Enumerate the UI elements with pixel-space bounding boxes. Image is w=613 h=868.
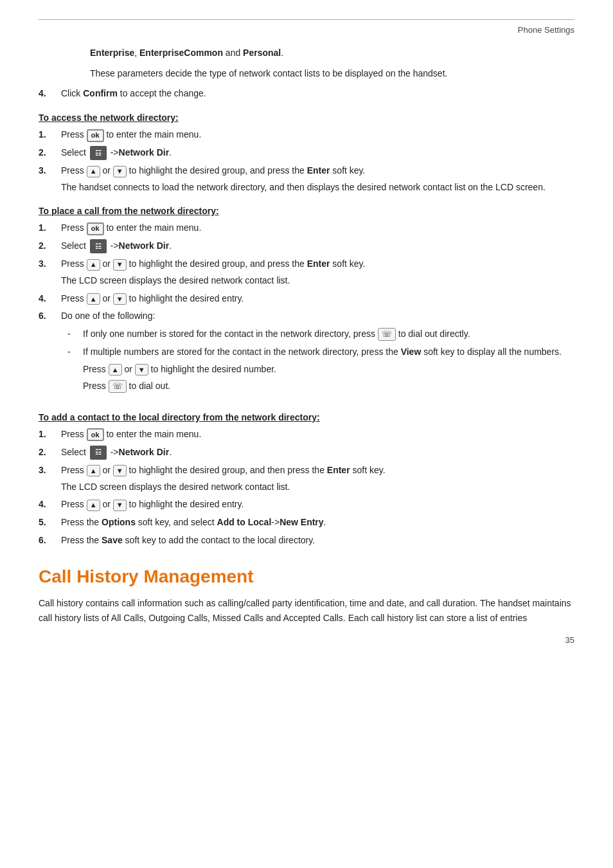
s3-content3: Press ▲ or ▼ to highlight the desired gr…: [61, 464, 574, 494]
up-arrow-key3: ▲: [87, 293, 100, 305]
call-history-intro: Call history contains call information s…: [39, 596, 574, 625]
call-icon2: ☏: [109, 380, 127, 393]
sub-para2: Press ☏ to dial out.: [83, 379, 574, 393]
enter-term: Enter: [307, 165, 330, 176]
s2-sub3: The LCD screen displays the desired netw…: [61, 274, 574, 288]
section2-list: 1. Press ok to enter the main menu. 2. S…: [39, 221, 574, 400]
bullet-item1: - If only one number is stored for the c…: [67, 327, 574, 341]
s2-content1: Press ok to enter the main menu.: [61, 221, 574, 235]
section3-step6: 6. Press the Save soft key to add the co…: [39, 534, 574, 548]
add-to-local-term: Add to Local: [217, 517, 272, 527]
step4-num: 4.: [39, 87, 61, 101]
up-arrow-key4: ▲: [109, 364, 122, 375]
enterprise-common-term: EnterpriseCommon: [139, 48, 223, 58]
bullet-content2: If multiple numbers are stored for the c…: [83, 345, 574, 397]
personal-term: Personal: [243, 48, 281, 58]
down-arrow-key2: ▼: [113, 259, 127, 271]
s2-num1: 1.: [39, 221, 61, 235]
s1-sub3: The handset connects to load the network…: [61, 181, 574, 195]
s2-num4: 4.: [39, 292, 61, 306]
save-term: Save: [102, 535, 123, 545]
enter-term3: Enter: [327, 465, 350, 475]
network-icon2: ☷: [90, 239, 107, 253]
step4-content: Click Confirm to accept the change.: [61, 87, 574, 101]
section2-step2: 2. Select ☷ ->Network Dir.: [39, 239, 574, 253]
s3-sub3: The LCD screen displays the desired netw…: [61, 480, 574, 494]
page-container: Phone Settings Enterprise, EnterpriseCom…: [0, 0, 613, 671]
bullet-content1: If only one number is stored for the con…: [83, 327, 574, 341]
ok-key3: ok: [87, 428, 104, 441]
section2-step6: 6. Do one of the following: - If only on…: [39, 309, 574, 400]
section3-step4: 4. Press ▲ or ▼ to highlight the desired…: [39, 498, 574, 512]
section3-step3: 3. Press ▲ or ▼ to highlight the desired…: [39, 464, 574, 494]
network-dir-label2: Network Dir: [119, 240, 170, 251]
s2-content4: Press ▲ or ▼ to highlight the desired en…: [61, 292, 574, 306]
down-arrow-key3: ▼: [113, 293, 127, 305]
confirm-term: Confirm: [83, 88, 118, 98]
section1-step1: 1. Press ok to enter the main menu.: [39, 128, 574, 142]
enterprise-term: Enterprise: [90, 48, 134, 58]
call-icon1: ☏: [378, 328, 396, 341]
s3-num4: 4.: [39, 498, 61, 512]
s1-content2: Select ☷ ->Network Dir.: [61, 146, 574, 160]
enter-term2: Enter: [307, 258, 330, 269]
network-icon3: ☷: [90, 446, 107, 460]
section3-step5: 5. Press the Options soft key, and selec…: [39, 516, 574, 530]
bullet-list: - If only one number is stored for the c…: [67, 327, 574, 397]
s2-content3: Press ▲ or ▼ to highlight the desired gr…: [61, 257, 574, 287]
s2-num6: 6.: [39, 309, 61, 323]
down-arrow-key4: ▼: [135, 364, 148, 375]
s3-content2: Select ☷ ->Network Dir.: [61, 446, 574, 460]
s2-content6: Do one of the following: - If only one n…: [61, 309, 574, 400]
s1-num1: 1.: [39, 128, 61, 142]
s2-num2: 2.: [39, 239, 61, 253]
s3-content4: Press ▲ or ▼ to highlight the desired en…: [61, 498, 574, 512]
section2-step3: 3. Press ▲ or ▼ to highlight the desired…: [39, 257, 574, 287]
s3-content6: Press the Save soft key to add the conta…: [61, 534, 574, 548]
intro-para2: These parameters decide the type of netw…: [90, 67, 574, 81]
s3-num1: 1.: [39, 428, 61, 442]
network-dir-label3: Network Dir: [119, 447, 170, 457]
sub-para1: Press ▲ or ▼ to highlight the desired nu…: [83, 363, 574, 377]
s3-num6: 6.: [39, 534, 61, 548]
s1-content1: Press ok to enter the main menu.: [61, 128, 574, 142]
ok-key: ok: [87, 129, 104, 142]
page-title-label: Phone Settings: [518, 25, 574, 35]
section3-step2: 2. Select ☷ ->Network Dir.: [39, 446, 574, 460]
page-header: Phone Settings: [39, 25, 574, 35]
section1-list: 1. Press ok to enter the main menu. 2. S…: [39, 128, 574, 194]
s3-num2: 2.: [39, 446, 61, 460]
down-arrow-key5: ▼: [113, 465, 127, 476]
section2-step4: 4. Press ▲ or ▼ to highlight the desired…: [39, 292, 574, 306]
options-term: Options: [102, 517, 136, 527]
down-arrow-key6: ▼: [113, 500, 127, 511]
bullet-item2: - If multiple numbers are stored for the…: [67, 345, 574, 397]
down-arrow-key: ▼: [113, 166, 127, 177]
dash2: -: [67, 345, 83, 359]
view-term: View: [401, 347, 422, 357]
section3-list: 1. Press ok to enter the main menu. 2. S…: [39, 428, 574, 547]
section2-step1: 1. Press ok to enter the main menu.: [39, 221, 574, 235]
s3-num5: 5.: [39, 516, 61, 530]
up-arrow-key5: ▲: [87, 465, 100, 476]
section1-step2: 2. Select ☷ ->Network Dir.: [39, 146, 574, 160]
network-dir-label: Network Dir: [119, 147, 170, 158]
page-number: 35: [39, 635, 574, 645]
s1-num2: 2.: [39, 146, 61, 160]
up-arrow-key: ▲: [87, 166, 100, 177]
ok-key2: ok: [87, 222, 104, 235]
new-entry-term: New Entry: [280, 517, 323, 527]
section1-heading: To access the network directory:: [39, 113, 574, 123]
section3-heading: To add a contact to the local directory …: [39, 412, 574, 422]
s3-content5: Press the Options soft key, and select A…: [61, 516, 574, 530]
up-arrow-key2: ▲: [87, 259, 100, 271]
call-history-heading: Call History Management: [39, 566, 574, 587]
s1-content3: Press ▲ or ▼ to highlight the desired gr…: [61, 164, 574, 194]
section1-step3: 3. Press ▲ or ▼ to highlight the desired…: [39, 164, 574, 194]
up-arrow-key6: ▲: [87, 500, 100, 511]
top-rule: [39, 19, 574, 20]
s1-num3: 3.: [39, 164, 61, 178]
step4-item: 4. Click Confirm to accept the change.: [39, 87, 574, 101]
dash1: -: [67, 327, 83, 341]
s2-content2: Select ☷ ->Network Dir.: [61, 239, 574, 253]
